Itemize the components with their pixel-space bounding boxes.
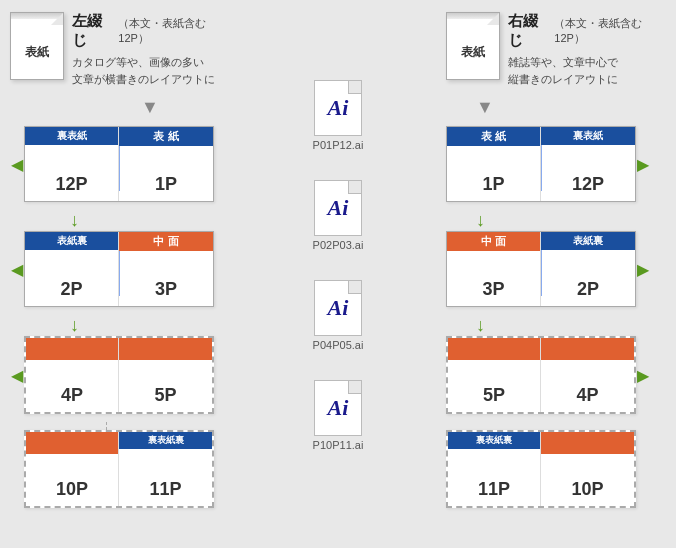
right-desc-line2: 縦書きのレイアウトに (508, 73, 618, 85)
left-label-1: 裏表紙 (25, 127, 118, 145)
right-left-pagenum-3: 5P (483, 385, 505, 406)
right-right-pagenum-4: 10P (571, 479, 603, 500)
ai-filename-4: P10P11.ai (313, 439, 364, 451)
right-page-half-2: 中 面 3P (119, 232, 213, 306)
right-left-pagenum-4: 11P (478, 479, 510, 500)
right-spread-2: 中 面 3P 表紙裏 2P ▶ (446, 231, 666, 307)
ai-file-icon-3: Ai (314, 280, 362, 336)
right-left-half-4: 裏表紙裏 11P (448, 432, 541, 506)
right-page-half-1: 表 紙 1P (119, 127, 213, 201)
left-arrow-2: ◀ (11, 260, 23, 279)
right-left-half-2: 中 面 3P (447, 232, 541, 306)
right-right-pagenum-2: 2P (577, 279, 599, 300)
left-pagenum-4: 10P (56, 479, 88, 500)
right-green-arrow-2: ↓ (476, 315, 666, 336)
main-container: 表紙 左綴じ （本文・表紙含む12P） カタログ等や、画像の多い 文章が横書きの… (0, 0, 676, 548)
right-right-label-1: 裏表紙 (541, 127, 635, 145)
left-orange-bar-3 (26, 338, 118, 360)
right-pagenum-3: 5P (154, 385, 176, 406)
ai-file-icon-2: Ai (314, 180, 362, 236)
right-left-label-2: 中 面 (447, 232, 540, 251)
right-header: 表紙 右綴じ （本文・表紙含む12P） 雑誌等や、文章中心で 縦書きのレイアウト… (446, 12, 666, 87)
right-binding-detail: （本文・表紙含む12P） (554, 16, 666, 46)
green-arrow-2: ↓ (70, 315, 79, 335)
left-pagenum-2: 2P (60, 279, 82, 300)
right-left-orange-3 (448, 338, 540, 360)
right-left-label-1: 表 紙 (447, 127, 540, 146)
right-pagenum-2: 3P (155, 279, 177, 300)
right-section: 表紙 右綴じ （本文・表紙含む12P） 雑誌等や、文章中心で 縦書きのレイアウト… (446, 12, 666, 536)
ai-file-3: Ai P04P05.ai (313, 274, 364, 356)
right-arrow-1: ▶ (637, 155, 649, 174)
left-cover-label: 表紙 (25, 44, 49, 61)
left-book-1: 裏表紙 12P 表 紙 1P (24, 126, 214, 202)
ai-filename-1: P01P12.ai (313, 139, 364, 151)
right-right-orange-4 (541, 432, 634, 454)
left-conn-2: ◀ (10, 260, 24, 279)
left-page-half-1: 裏表紙 12P (25, 127, 119, 201)
right-arrow-down: ▼ (476, 97, 666, 118)
right-header-text: 右綴じ （本文・表紙含む12P） 雑誌等や、文章中心で 縦書きのレイアウトに (508, 12, 666, 87)
right-cover-label: 表紙 (461, 44, 485, 61)
right-right-pagenum-1: 12P (572, 174, 604, 195)
right-label-1: 表 紙 (119, 127, 213, 146)
left-desc-line1: カタログ等や、画像の多い (72, 56, 204, 68)
ai-file-icon-4: Ai (314, 380, 362, 436)
right-left-half-3: 5P (448, 338, 541, 412)
left-page-half-4: 10P (26, 432, 119, 506)
right-book-2: 中 面 3P 表紙裏 2P (446, 231, 636, 307)
right-left-half-1: 表 紙 1P (447, 127, 541, 201)
right-pagenum-1: 1P (155, 174, 177, 195)
left-spread-2: ◀ 表紙裏 2P 中 面 3P (10, 231, 230, 307)
right-right-half-1: 裏表紙 12P (541, 127, 635, 201)
right-binding-name: 右綴じ (508, 12, 550, 50)
right-right-half-3: 4P (541, 338, 634, 412)
left-spread-1: ◀ 裏表紙 12P 表 紙 1P (10, 126, 230, 202)
ai-file-4: Ai P10P11.ai (313, 374, 364, 456)
left-arrow-3: ◀ (11, 366, 23, 385)
left-header: 表紙 左綴じ （本文・表紙含む12P） カタログ等や、画像の多い 文章が横書きの… (10, 12, 230, 87)
right-conn-3: ▶ (636, 366, 650, 385)
left-green-arrow-1: ↓ (70, 210, 230, 231)
left-cover-box: 表紙 (10, 12, 64, 80)
left-pagenum-1: 12P (55, 174, 87, 195)
right-spread-3: 5P 4P ▶ (446, 336, 666, 414)
right-conn-1: ▶ (636, 155, 650, 174)
ai-filename-3: P04P05.ai (313, 339, 364, 351)
right-label-4: 裏表紙裏 (119, 432, 212, 449)
right-left-label-4: 裏表紙裏 (448, 432, 540, 449)
ai-file-2: Ai P02P03.ai (313, 174, 364, 256)
ai-file-1: Ai P01P12.ai (313, 74, 364, 156)
right-gap-3 (446, 422, 666, 430)
right-left-pagenum-2: 3P (482, 279, 504, 300)
left-book-2: 表紙裏 2P 中 面 3P (24, 231, 214, 307)
right-desc: 雑誌等や、文章中心で 縦書きのレイアウトに (508, 54, 666, 87)
left-conn-3: ◀ (10, 366, 24, 385)
right-conn-2: ▶ (636, 260, 650, 279)
right-right-label-2: 表紙裏 (541, 232, 635, 250)
left-arrow-1: ◀ (11, 155, 23, 174)
left-label-2: 表紙裏 (25, 232, 118, 250)
ai-file-icon-1: Ai (314, 80, 362, 136)
left-header-text: 左綴じ （本文・表紙含む12P） カタログ等や、画像の多い 文章が横書きのレイア… (72, 12, 230, 87)
right-book-4: 裏表紙裏 11P 10P (446, 430, 636, 508)
center-section: Ai P01P12.ai Ai P02P03.ai Ai P04P05.ai A… (230, 12, 446, 536)
left-desc: カタログ等や、画像の多い 文章が横書きのレイアウトに (72, 54, 230, 87)
ai-filename-2: P02P03.ai (313, 239, 364, 251)
left-spread-3: ◀ 4P 5P (10, 336, 230, 414)
right-binding-title: 右綴じ （本文・表紙含む12P） (508, 12, 666, 50)
green-arrow-1: ↓ (70, 210, 79, 230)
left-conn-1: ◀ (10, 155, 24, 174)
right-right-half-2: 表紙裏 2P (541, 232, 635, 306)
right-cover-box: 表紙 (446, 12, 500, 80)
left-green-arrow-2: ↓ (70, 315, 230, 336)
left-book-3: 4P 5P (24, 336, 214, 414)
right-arrow-3: ▶ (637, 366, 649, 385)
right-page-half-3: 5P (119, 338, 212, 412)
left-binding-name: 左綴じ (72, 12, 114, 50)
left-arrow-down: ▼ (70, 97, 230, 118)
right-book-1: 表 紙 1P 裏表紙 12P (446, 126, 636, 202)
ai-text-2: Ai (328, 195, 349, 221)
ai-text-3: Ai (328, 295, 349, 321)
right-pagenum-4: 11P (149, 479, 181, 500)
